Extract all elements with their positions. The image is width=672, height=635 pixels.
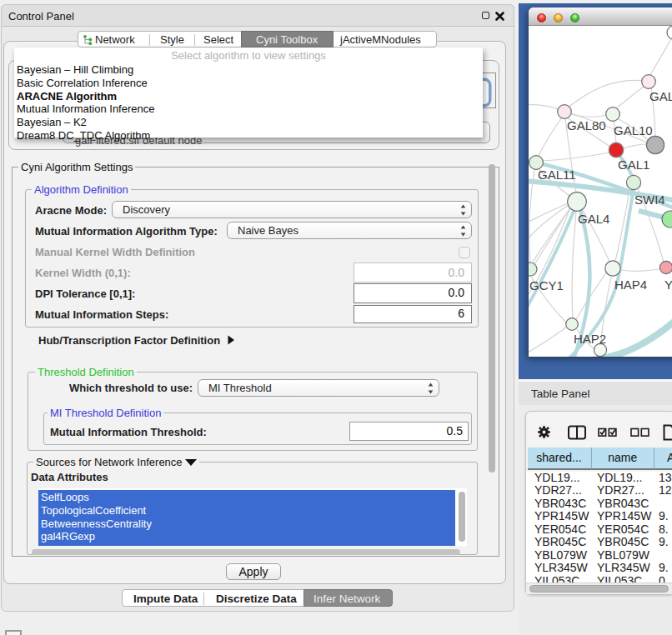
svg-text:Y: Y [664, 278, 672, 292]
svg-text:HAP2: HAP2 [574, 332, 606, 346]
svg-text:GAL80: GAL80 [567, 118, 606, 132]
svg-text:GCY1: GCY1 [529, 278, 564, 292]
svg-text:GAL10: GAL10 [614, 123, 653, 138]
svg-text:GAL1: GAL1 [618, 158, 649, 172]
svg-text:HAP4: HAP4 [614, 278, 647, 292]
svg-text:SWI4: SWI4 [634, 192, 665, 207]
svg-text:GAL11: GAL11 [538, 168, 576, 182]
svg-text:GAL4: GAL4 [578, 212, 609, 226]
svg-text:GAL2: GAL2 [649, 89, 672, 103]
